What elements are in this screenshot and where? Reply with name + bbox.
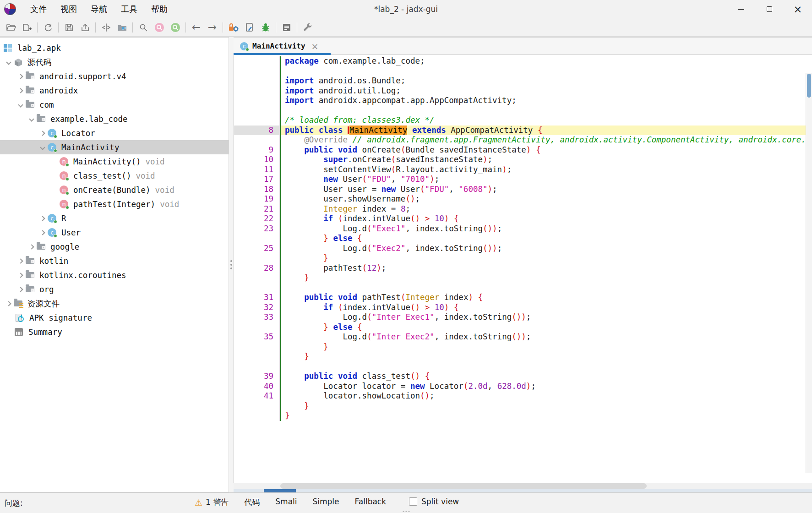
view-mode-fallback[interactable]: Fallback (355, 497, 386, 508)
code-line (234, 362, 806, 372)
package-folder-icon (37, 244, 45, 250)
chevron-down-icon[interactable] (27, 117, 37, 121)
tree-item--[interactable]: 资源文件 (0, 296, 229, 311)
view-mode-simple[interactable]: Simple (313, 497, 339, 508)
warning-count[interactable]: 1 警告 (206, 497, 229, 508)
main-area: lab_2.apk源代码android.support.v4androidxco… (0, 37, 812, 492)
tab-close-icon[interactable]: × (311, 41, 319, 51)
view-mode-code[interactable]: 代码 (244, 497, 260, 508)
code-editor[interactable]: package com.example.lab_code;import andr… (234, 55, 812, 483)
horizontal-scrollbar[interactable] (234, 483, 812, 489)
toolbar: ←→ (0, 18, 812, 37)
code-line: import android.util.Log; (234, 86, 806, 96)
vertical-scrollbar[interactable] (806, 73, 812, 473)
code-line (234, 106, 806, 116)
tree-item-lab_2-apk[interactable]: lab_2.apk (0, 41, 229, 55)
flat-packages-icon[interactable] (114, 20, 130, 35)
text-search-icon[interactable] (151, 20, 167, 35)
tree-item-org[interactable]: org (0, 282, 229, 296)
preferences-icon[interactable] (300, 20, 316, 35)
code-text: locator.showLocation(); (280, 391, 806, 401)
code-line: 8public class MainActivity extends AppCo… (234, 126, 806, 136)
search-icon[interactable] (135, 20, 151, 35)
tab-panel-scrollbar[interactable] (234, 489, 812, 492)
tree-item-androidx[interactable]: androidx (0, 83, 229, 98)
tree-item-kotlinx-coroutines[interactable]: kotlinx.coroutines (0, 268, 229, 282)
tree-item-google[interactable]: google (0, 240, 229, 254)
project-tree[interactable]: lab_2.apk源代码android.support.v4androidxco… (0, 37, 229, 492)
chevron-right-icon[interactable] (16, 75, 26, 78)
chevron-right-icon[interactable] (38, 217, 48, 220)
line-number-gutter (234, 362, 280, 372)
summary-icon (15, 328, 23, 336)
maximize-button[interactable] (755, 0, 784, 18)
menu-item-4[interactable]: 帮助 (144, 1, 174, 17)
chevron-right-icon[interactable] (16, 89, 26, 93)
tree-item-pathtest-integer-[interactable]: mpathTest(Integer)void (0, 197, 229, 211)
debugger-icon[interactable] (257, 20, 273, 35)
tree-item-summary[interactable]: Summary (0, 325, 229, 339)
line-number-gutter: 31 (234, 293, 280, 303)
reload-icon[interactable] (40, 20, 56, 35)
tree-item-locator[interactable]: cLocator (0, 126, 229, 140)
code-line: 19 user.showUsername(); (234, 194, 806, 204)
vertical-scrollbar-thumb[interactable] (807, 74, 811, 98)
tree-item-apk-signature[interactable]: APK signature (0, 311, 229, 325)
tree-item--[interactable]: 源代码 (0, 55, 229, 69)
code-text: import android.os.Bundle; (280, 76, 806, 86)
jadx-logo-icon (4, 3, 16, 15)
toolbar-separator (58, 22, 59, 33)
tab-panel-scrollbar-thumb[interactable] (264, 489, 296, 492)
code-line: 41 locator.showLocation(); (234, 391, 806, 401)
chevron-right-icon[interactable] (27, 245, 37, 249)
statusbar-grip[interactable] (403, 511, 409, 512)
code-line (234, 66, 806, 76)
add-files-icon[interactable] (19, 20, 35, 35)
close-button[interactable]: × (784, 0, 812, 18)
tree-item-label: 源代码 (27, 57, 52, 68)
tree-item-oncreate-bundle-[interactable]: monCreate(Bundle)void (0, 183, 229, 197)
horizontal-scrollbar-thumb[interactable] (280, 483, 647, 489)
tree-item-r[interactable]: cR (0, 211, 229, 225)
tree-item-kotlin[interactable]: kotlin (0, 254, 229, 268)
sync-editor-icon[interactable] (98, 20, 114, 35)
class-search-icon[interactable] (167, 20, 183, 35)
save-all-icon[interactable] (61, 20, 77, 35)
back-icon[interactable]: ← (188, 20, 204, 35)
chevron-right-icon[interactable] (4, 302, 14, 306)
chevron-down-icon[interactable] (4, 60, 14, 64)
menu-item-3[interactable]: 工具 (114, 1, 144, 17)
menu-item-1[interactable]: 视图 (54, 1, 84, 17)
code-line: import android.os.Bundle; (234, 76, 806, 86)
tree-item-com[interactable]: com (0, 98, 229, 112)
export-icon[interactable] (77, 20, 93, 35)
minimize-button[interactable] (727, 0, 755, 18)
forward-icon[interactable]: → (204, 20, 220, 35)
code-text: /* loaded from: classes3.dex */ (280, 115, 806, 126)
tree-item-class_test-[interactable]: mclass_test()void (0, 169, 229, 183)
tree-item-mainactivity-[interactable]: mMainActivity()void (0, 154, 229, 169)
tree-item-mainactivity[interactable]: cMainActivity (0, 140, 229, 154)
open-file-icon[interactable] (3, 20, 19, 35)
tree-item-user[interactable]: cUser (0, 225, 229, 240)
tab-mainactivity[interactable]: c MainActivity × (234, 38, 331, 55)
code-text: Log.d("Exec1", index.toString()); (280, 224, 806, 234)
chevron-right-icon[interactable] (38, 131, 48, 135)
chevron-down-icon[interactable] (16, 103, 26, 107)
menu-item-0[interactable]: 文件 (23, 1, 54, 17)
view-mode-smali[interactable]: Smali (275, 497, 297, 508)
tree-item-example-lab_code[interactable]: example.lab_code (0, 112, 229, 126)
tree-editor-splitter[interactable] (229, 37, 234, 492)
menu-item-2[interactable]: 导航 (84, 1, 114, 17)
chevron-right-icon[interactable] (16, 288, 26, 291)
chevron-right-icon[interactable] (16, 273, 26, 277)
chevron-right-icon[interactable] (38, 231, 48, 235)
deobfuscation-icon[interactable] (225, 20, 241, 35)
log-viewer-icon[interactable] (278, 20, 294, 35)
split-view-checkbox[interactable] (409, 497, 417, 506)
quark-engine-icon[interactable] (241, 20, 257, 35)
chevron-down-icon[interactable] (38, 146, 48, 149)
chevron-right-icon[interactable] (16, 259, 26, 263)
tab-label: MainActivity (252, 42, 305, 50)
tree-item-android-support-v4[interactable]: android.support.v4 (0, 69, 229, 83)
